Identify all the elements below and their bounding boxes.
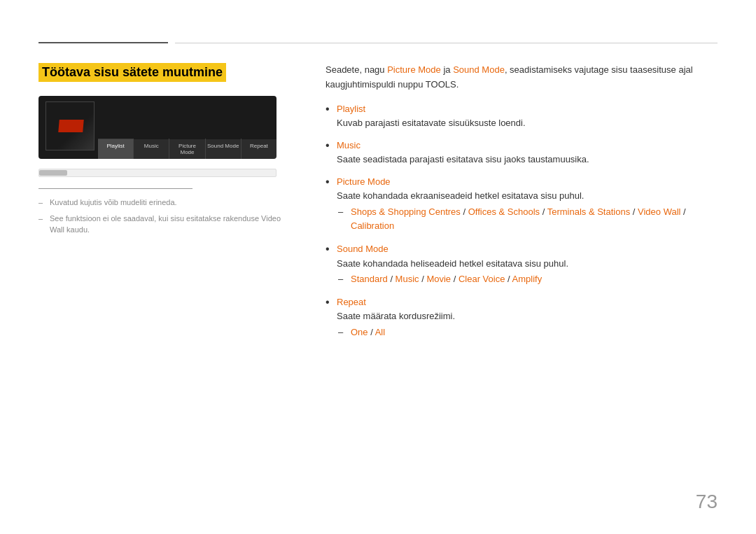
- page-number: 73: [696, 491, 718, 513]
- sm-sep4: /: [505, 274, 512, 284]
- picture-mode-sub-item: Shops & Shopping Centres / Offices & Sch…: [337, 205, 718, 234]
- content-area: Töötava sisu sätete muutmine Playlist Mu…: [38, 63, 718, 349]
- note-list: Kuvatud kujutis võib mudeliti erineda. S…: [38, 197, 298, 235]
- sound-mode-sub-list: Standard / Music / Movie / Clear Voice /…: [337, 272, 718, 287]
- menu-items: Playlist Music Picture Mode Sound Mode R…: [98, 139, 276, 159]
- list-item-playlist: Playlist Kuvab parajasti esitatavate sis…: [326, 102, 718, 130]
- sound-mode-ref: Sound Mode: [453, 64, 505, 75]
- sm-sep3: /: [451, 274, 458, 284]
- menu-item-sound: Sound Mode: [206, 139, 241, 159]
- repeat-sub-list: One / All: [337, 325, 718, 340]
- pm-sep1: /: [461, 206, 468, 217]
- intro-part1: Seadete, nagu: [326, 64, 387, 75]
- screen-inner: [46, 102, 94, 150]
- img-divider: [38, 188, 192, 189]
- rule-long: [175, 43, 718, 43]
- left-column: Töötava sisu sätete muutmine Playlist Mu…: [38, 63, 298, 349]
- pm-offices: Offices & Schools: [468, 206, 540, 217]
- scroll-thumb: [39, 170, 67, 176]
- repeat-title: Repeat: [337, 297, 366, 307]
- menu-item-repeat: Repeat: [241, 139, 276, 159]
- note-item-2: See funktsioon ei ole saadaval, kui sisu…: [38, 213, 298, 235]
- sound-mode-title: Sound Mode: [337, 244, 388, 254]
- sm-amplify: Amplify: [512, 274, 542, 284]
- list-item-music: Music Saate seadistada parajasti esitata…: [326, 139, 718, 167]
- picture-mode-sub-list: Shops & Shopping Centres / Offices & Sch…: [337, 205, 718, 234]
- intro-text: Seadete, nagu Picture Mode ja Sound Mode…: [326, 63, 718, 92]
- repeat-all: All: [375, 327, 385, 337]
- menu-item-playlist: Playlist: [98, 139, 134, 159]
- menu-bar: Playlist Music Picture Mode Sound Mode R…: [98, 139, 276, 159]
- repeat-desc: Saate määrata kordusrežiimi.: [337, 309, 718, 323]
- device-image: Playlist Music Picture Mode Sound Mode R…: [38, 96, 276, 159]
- playlist-title: Playlist: [337, 104, 365, 114]
- list-item-picture-mode: Picture Mode Saate kohandada ekraanisead…: [326, 175, 718, 234]
- list-item-sound-mode: Sound Mode Saate kohandada heliseadeid h…: [326, 242, 718, 287]
- intro-part2: ja: [441, 64, 453, 75]
- repeat-sep: /: [368, 327, 375, 337]
- scroll-area: [38, 169, 276, 177]
- pm-calibration: Calibration: [351, 220, 394, 231]
- note-item-1: Kuvatud kujutis võib mudeliti erineda.: [38, 197, 298, 208]
- sm-sep2: /: [419, 274, 427, 284]
- sm-movie: Movie: [426, 274, 451, 284]
- sm-music: Music: [396, 274, 419, 284]
- top-rules: [38, 42, 718, 43]
- sm-standard: Standard: [351, 274, 388, 284]
- repeat-sub-item: One / All: [337, 325, 718, 340]
- page-container: Töötava sisu sätete muutmine Playlist Mu…: [0, 0, 756, 534]
- picture-mode-ref: Picture Mode: [387, 64, 441, 75]
- red-shape: [58, 120, 84, 132]
- sm-clearvoice: Clear Voice: [458, 274, 505, 284]
- pm-terminals: Terminals & Stations: [547, 206, 631, 217]
- menu-item-music: Music: [134, 139, 169, 159]
- picture-mode-title: Picture Mode: [337, 176, 391, 187]
- right-column: Seadete, nagu Picture Mode ja Sound Mode…: [326, 63, 718, 349]
- music-title: Music: [337, 140, 360, 150]
- pm-sep2: /: [540, 206, 547, 217]
- rule-short: [38, 42, 168, 43]
- playlist-desc: Kuvab parajasti esitatavate sisuüksuste …: [337, 116, 718, 130]
- main-list: Playlist Kuvab parajasti esitatavate sis…: [326, 102, 718, 340]
- repeat-one: One: [351, 327, 368, 337]
- picture-mode-desc: Saate kohandada ekraaniseadeid hetkel es…: [337, 189, 718, 203]
- list-item-repeat: Repeat Saate määrata kordusrežiimi. One …: [326, 295, 718, 340]
- music-desc: Saate seadistada parajasti esitatava sis…: [337, 153, 718, 167]
- section-title: Töötava sisu sätete muutmine: [38, 63, 226, 82]
- pm-shops: Shops & Shopping Centres: [351, 206, 461, 217]
- pm-videowall: Video Wall: [638, 206, 680, 217]
- device-screen: [46, 101, 94, 150]
- sound-mode-desc: Saate kohandada heliseadeid hetkel esita…: [337, 257, 718, 271]
- pm-sep3: /: [630, 206, 638, 217]
- pm-sep4: /: [680, 206, 685, 217]
- sm-sep1: /: [388, 274, 396, 284]
- menu-item-picture: Picture Mode: [169, 139, 205, 159]
- sound-mode-sub-item: Standard / Music / Movie / Clear Voice /…: [337, 272, 718, 287]
